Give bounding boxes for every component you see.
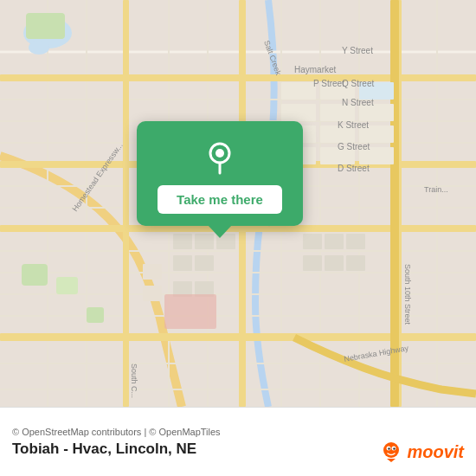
svg-text:D Street: D Street <box>338 164 370 173</box>
svg-rect-74 <box>143 264 162 280</box>
svg-point-91 <box>394 447 396 449</box>
svg-text:N Street: N Street <box>342 98 374 107</box>
svg-rect-41 <box>87 307 104 323</box>
svg-rect-30 <box>0 225 476 232</box>
moovit-brand-text: moovit <box>407 442 464 462</box>
moovit-mascot-icon <box>379 440 403 464</box>
svg-rect-82 <box>346 234 365 249</box>
svg-point-87 <box>383 442 399 458</box>
moovit-logo: moovit <box>379 440 464 464</box>
svg-rect-28 <box>0 74 476 81</box>
svg-rect-40 <box>56 277 78 294</box>
svg-text:Train...: Train... <box>424 185 448 194</box>
take-me-there-button[interactable]: Take me there <box>158 185 282 214</box>
svg-rect-81 <box>325 255 344 271</box>
svg-rect-72 <box>173 255 192 271</box>
svg-rect-69 <box>173 234 192 249</box>
svg-text:K Street: K Street <box>338 120 369 130</box>
map-view[interactable]: Y Street Q Street N Street K Street G St… <box>0 0 476 407</box>
svg-rect-42 <box>281 82 316 100</box>
svg-rect-78 <box>303 234 322 249</box>
bottom-info-bar: © OpenStreetMap contributors | © OpenMap… <box>0 407 476 476</box>
svg-rect-84 <box>164 294 216 329</box>
svg-point-86 <box>215 149 224 158</box>
svg-point-37 <box>29 41 49 55</box>
svg-rect-79 <box>325 234 344 249</box>
svg-rect-83 <box>346 255 365 271</box>
svg-rect-75 <box>143 286 162 301</box>
location-pin-icon <box>200 137 240 177</box>
svg-text:South C...: South C... <box>130 363 138 398</box>
svg-rect-80 <box>303 255 322 271</box>
svg-rect-44 <box>281 104 316 121</box>
svg-text:G Street: G Street <box>338 142 370 151</box>
svg-rect-39 <box>22 264 48 286</box>
location-popup: Take me there <box>137 121 303 226</box>
map-attribution: © OpenStreetMap contributors | © OpenMap… <box>12 427 464 437</box>
svg-rect-73 <box>195 255 214 271</box>
svg-rect-31 <box>0 333 476 341</box>
svg-text:South 10th Street: South 10th Street <box>403 264 412 325</box>
svg-text:Y Street: Y Street <box>342 46 373 55</box>
svg-text:Q Street: Q Street <box>342 79 374 88</box>
svg-rect-34 <box>123 0 129 407</box>
svg-rect-38 <box>26 13 65 39</box>
svg-text:P Street: P Street <box>313 79 344 88</box>
svg-point-90 <box>389 447 390 449</box>
svg-text:Haymarket: Haymarket <box>294 65 337 74</box>
